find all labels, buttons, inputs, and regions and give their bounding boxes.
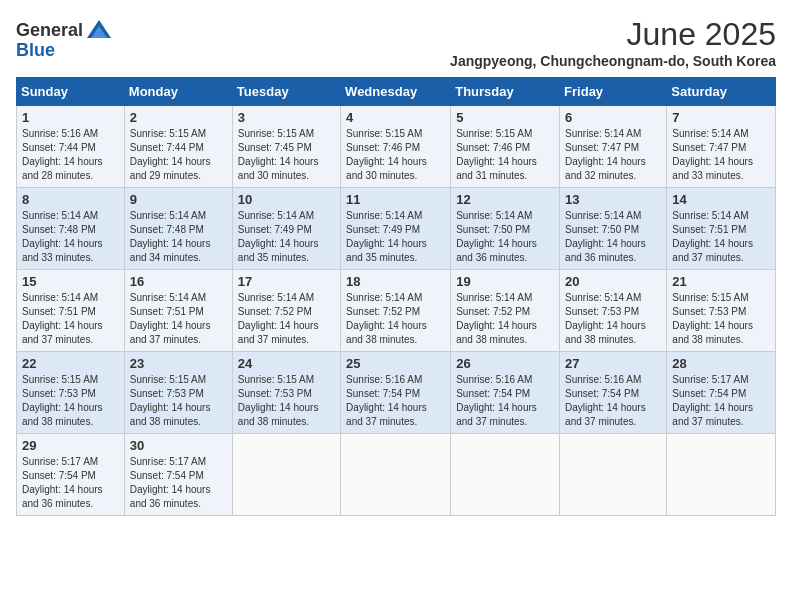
day-info: Sunrise: 5:14 AMSunset: 7:47 PMDaylight:… — [672, 128, 753, 181]
day-number: 20 — [565, 274, 661, 289]
empty-cell — [560, 434, 667, 516]
day-info: Sunrise: 5:16 AMSunset: 7:54 PMDaylight:… — [565, 374, 646, 427]
day-number: 10 — [238, 192, 335, 207]
day-number: 11 — [346, 192, 445, 207]
week-row-2: 8Sunrise: 5:14 AMSunset: 7:48 PMDaylight… — [17, 188, 776, 270]
day-cell-17: 17Sunrise: 5:14 AMSunset: 7:52 PMDayligh… — [232, 270, 340, 352]
day-info: Sunrise: 5:16 AMSunset: 7:54 PMDaylight:… — [346, 374, 427, 427]
day-cell-13: 13Sunrise: 5:14 AMSunset: 7:50 PMDayligh… — [560, 188, 667, 270]
day-cell-11: 11Sunrise: 5:14 AMSunset: 7:49 PMDayligh… — [341, 188, 451, 270]
empty-cell — [667, 434, 776, 516]
day-cell-16: 16Sunrise: 5:14 AMSunset: 7:51 PMDayligh… — [124, 270, 232, 352]
calendar-table: SundayMondayTuesdayWednesdayThursdayFrid… — [16, 77, 776, 516]
day-info: Sunrise: 5:14 AMSunset: 7:52 PMDaylight:… — [238, 292, 319, 345]
column-header-sunday: Sunday — [17, 78, 125, 106]
day-number: 5 — [456, 110, 554, 125]
header-row: SundayMondayTuesdayWednesdayThursdayFrid… — [17, 78, 776, 106]
day-cell-3: 3Sunrise: 5:15 AMSunset: 7:45 PMDaylight… — [232, 106, 340, 188]
week-row-4: 22Sunrise: 5:15 AMSunset: 7:53 PMDayligh… — [17, 352, 776, 434]
day-cell-7: 7Sunrise: 5:14 AMSunset: 7:47 PMDaylight… — [667, 106, 776, 188]
day-cell-14: 14Sunrise: 5:14 AMSunset: 7:51 PMDayligh… — [667, 188, 776, 270]
day-cell-6: 6Sunrise: 5:14 AMSunset: 7:47 PMDaylight… — [560, 106, 667, 188]
day-number: 19 — [456, 274, 554, 289]
day-number: 12 — [456, 192, 554, 207]
day-cell-12: 12Sunrise: 5:14 AMSunset: 7:50 PMDayligh… — [451, 188, 560, 270]
day-number: 3 — [238, 110, 335, 125]
day-number: 17 — [238, 274, 335, 289]
logo: General Blue — [16, 16, 113, 61]
day-info: Sunrise: 5:16 AMSunset: 7:54 PMDaylight:… — [456, 374, 537, 427]
day-cell-18: 18Sunrise: 5:14 AMSunset: 7:52 PMDayligh… — [341, 270, 451, 352]
week-row-5: 29Sunrise: 5:17 AMSunset: 7:54 PMDayligh… — [17, 434, 776, 516]
day-cell-25: 25Sunrise: 5:16 AMSunset: 7:54 PMDayligh… — [341, 352, 451, 434]
day-number: 18 — [346, 274, 445, 289]
empty-cell — [232, 434, 340, 516]
day-cell-24: 24Sunrise: 5:15 AMSunset: 7:53 PMDayligh… — [232, 352, 340, 434]
day-cell-10: 10Sunrise: 5:14 AMSunset: 7:49 PMDayligh… — [232, 188, 340, 270]
day-info: Sunrise: 5:14 AMSunset: 7:50 PMDaylight:… — [456, 210, 537, 263]
day-number: 15 — [22, 274, 119, 289]
day-number: 27 — [565, 356, 661, 371]
day-cell-26: 26Sunrise: 5:16 AMSunset: 7:54 PMDayligh… — [451, 352, 560, 434]
day-number: 4 — [346, 110, 445, 125]
day-number: 8 — [22, 192, 119, 207]
column-header-thursday: Thursday — [451, 78, 560, 106]
day-info: Sunrise: 5:15 AMSunset: 7:46 PMDaylight:… — [346, 128, 427, 181]
week-row-1: 1Sunrise: 5:16 AMSunset: 7:44 PMDaylight… — [17, 106, 776, 188]
day-info: Sunrise: 5:14 AMSunset: 7:49 PMDaylight:… — [346, 210, 427, 263]
day-info: Sunrise: 5:15 AMSunset: 7:44 PMDaylight:… — [130, 128, 211, 181]
day-number: 22 — [22, 356, 119, 371]
day-cell-23: 23Sunrise: 5:15 AMSunset: 7:53 PMDayligh… — [124, 352, 232, 434]
location: Jangpyeong, Chungcheongnam-do, South Kor… — [450, 53, 776, 69]
day-info: Sunrise: 5:14 AMSunset: 7:52 PMDaylight:… — [346, 292, 427, 345]
day-number: 2 — [130, 110, 227, 125]
day-info: Sunrise: 5:15 AMSunset: 7:53 PMDaylight:… — [238, 374, 319, 427]
column-header-monday: Monday — [124, 78, 232, 106]
logo-blue: Blue — [16, 40, 55, 61]
day-cell-2: 2Sunrise: 5:15 AMSunset: 7:44 PMDaylight… — [124, 106, 232, 188]
day-cell-20: 20Sunrise: 5:14 AMSunset: 7:53 PMDayligh… — [560, 270, 667, 352]
day-number: 24 — [238, 356, 335, 371]
page-header: General Blue June 2025 Jangpyeong, Chung… — [16, 16, 776, 69]
column-header-friday: Friday — [560, 78, 667, 106]
day-info: Sunrise: 5:17 AMSunset: 7:54 PMDaylight:… — [22, 456, 103, 509]
day-number: 13 — [565, 192, 661, 207]
day-cell-1: 1Sunrise: 5:16 AMSunset: 7:44 PMDaylight… — [17, 106, 125, 188]
day-info: Sunrise: 5:14 AMSunset: 7:50 PMDaylight:… — [565, 210, 646, 263]
week-row-3: 15Sunrise: 5:14 AMSunset: 7:51 PMDayligh… — [17, 270, 776, 352]
day-number: 30 — [130, 438, 227, 453]
day-info: Sunrise: 5:14 AMSunset: 7:51 PMDaylight:… — [672, 210, 753, 263]
month-title: June 2025 — [450, 16, 776, 53]
day-number: 25 — [346, 356, 445, 371]
day-number: 6 — [565, 110, 661, 125]
day-info: Sunrise: 5:15 AMSunset: 7:45 PMDaylight:… — [238, 128, 319, 181]
day-info: Sunrise: 5:14 AMSunset: 7:48 PMDaylight:… — [22, 210, 103, 263]
column-header-tuesday: Tuesday — [232, 78, 340, 106]
day-number: 26 — [456, 356, 554, 371]
day-info: Sunrise: 5:16 AMSunset: 7:44 PMDaylight:… — [22, 128, 103, 181]
day-number: 21 — [672, 274, 770, 289]
day-info: Sunrise: 5:14 AMSunset: 7:51 PMDaylight:… — [130, 292, 211, 345]
day-info: Sunrise: 5:14 AMSunset: 7:48 PMDaylight:… — [130, 210, 211, 263]
day-cell-28: 28Sunrise: 5:17 AMSunset: 7:54 PMDayligh… — [667, 352, 776, 434]
day-number: 29 — [22, 438, 119, 453]
day-info: Sunrise: 5:15 AMSunset: 7:53 PMDaylight:… — [130, 374, 211, 427]
day-info: Sunrise: 5:14 AMSunset: 7:47 PMDaylight:… — [565, 128, 646, 181]
day-cell-5: 5Sunrise: 5:15 AMSunset: 7:46 PMDaylight… — [451, 106, 560, 188]
day-cell-27: 27Sunrise: 5:16 AMSunset: 7:54 PMDayligh… — [560, 352, 667, 434]
day-cell-22: 22Sunrise: 5:15 AMSunset: 7:53 PMDayligh… — [17, 352, 125, 434]
day-info: Sunrise: 5:15 AMSunset: 7:53 PMDaylight:… — [22, 374, 103, 427]
empty-cell — [341, 434, 451, 516]
day-info: Sunrise: 5:17 AMSunset: 7:54 PMDaylight:… — [130, 456, 211, 509]
day-cell-15: 15Sunrise: 5:14 AMSunset: 7:51 PMDayligh… — [17, 270, 125, 352]
day-number: 16 — [130, 274, 227, 289]
day-cell-30: 30Sunrise: 5:17 AMSunset: 7:54 PMDayligh… — [124, 434, 232, 516]
column-header-saturday: Saturday — [667, 78, 776, 106]
day-number: 14 — [672, 192, 770, 207]
day-number: 7 — [672, 110, 770, 125]
empty-cell — [451, 434, 560, 516]
day-cell-8: 8Sunrise: 5:14 AMSunset: 7:48 PMDaylight… — [17, 188, 125, 270]
logo-general: General — [16, 20, 83, 41]
day-info: Sunrise: 5:14 AMSunset: 7:51 PMDaylight:… — [22, 292, 103, 345]
day-number: 1 — [22, 110, 119, 125]
